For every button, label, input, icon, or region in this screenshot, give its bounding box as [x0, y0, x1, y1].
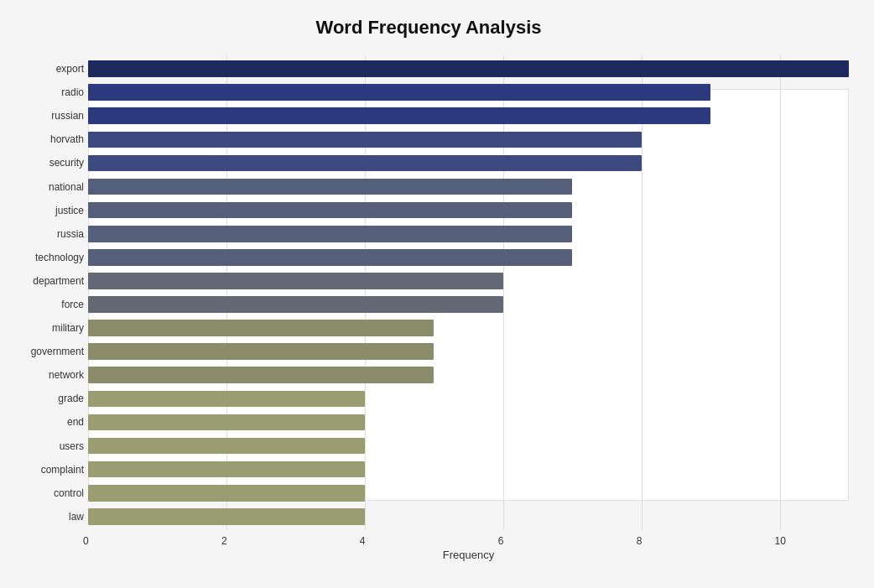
- y-label-complaint: complaint: [8, 465, 84, 475]
- bar-security: [88, 155, 642, 172]
- bar-row-security: [88, 151, 849, 174]
- bar-department: [88, 273, 503, 289]
- bar-law: [88, 508, 365, 525]
- bar-military: [88, 320, 434, 336]
- y-label-justice: justice: [8, 206, 84, 216]
- bar-justice: [88, 202, 572, 219]
- bar-row-control: [88, 481, 849, 505]
- bar-row-export: [88, 57, 849, 81]
- x-tick-4: 4: [360, 535, 366, 547]
- chart-title: Word Frequency Analysis: [8, 17, 849, 39]
- x-tick-10: 10: [775, 535, 786, 547]
- bar-row-department: [88, 269, 849, 293]
- bar-network: [88, 367, 434, 383]
- bar-force: [88, 296, 503, 313]
- bar-row-horvath: [88, 127, 849, 151]
- y-label-export: export: [8, 64, 84, 74]
- bar-row-network: [88, 363, 849, 387]
- bar-horvath: [88, 132, 642, 148]
- bar-row-users: [88, 434, 849, 458]
- x-tick-6: 6: [498, 535, 504, 547]
- x-axis-label: Frequency: [88, 549, 849, 561]
- bar-row-law: [88, 505, 849, 528]
- y-label-end: end: [8, 417, 84, 427]
- y-label-control: control: [8, 488, 84, 498]
- bar-row-technology: [88, 246, 849, 269]
- x-tick-0: 0: [83, 535, 89, 547]
- bar-control: [88, 485, 365, 502]
- bar-row-national: [88, 174, 849, 198]
- bar-national: [88, 179, 572, 195]
- bar-complaint: [88, 461, 365, 478]
- bar-radio: [88, 84, 710, 101]
- bar-government: [88, 343, 434, 360]
- y-label-law: law: [8, 512, 84, 522]
- y-label-russia: russia: [8, 229, 84, 239]
- bar-row-military: [88, 316, 849, 340]
- bar-row-russia: [88, 222, 849, 246]
- bar-users: [88, 438, 365, 455]
- y-label-technology: technology: [8, 252, 84, 263]
- bar-row-complaint: [88, 458, 849, 481]
- x-tick-8: 8: [637, 535, 642, 547]
- bar-row-grade: [88, 387, 849, 410]
- bar-row-force: [88, 293, 849, 316]
- bar-row-russian: [88, 104, 849, 127]
- x-axis-ticks: 0246810: [88, 530, 849, 547]
- bar-row-radio: [88, 81, 849, 104]
- bars-container: [88, 55, 849, 530]
- y-label-military: military: [8, 323, 84, 333]
- bar-row-end: [88, 410, 849, 434]
- y-label-radio: radio: [8, 87, 84, 97]
- bar-technology: [88, 249, 572, 266]
- bars-area: [88, 55, 849, 530]
- y-label-government: government: [8, 346, 84, 356]
- y-label-department: department: [8, 276, 84, 286]
- bar-row-justice: [88, 199, 849, 222]
- y-labels: exportradiorussianhorvathsecuritynationa…: [8, 55, 88, 530]
- bar-row-government: [88, 340, 849, 363]
- bar-russia: [88, 226, 572, 242]
- y-label-horvath: horvath: [8, 134, 84, 144]
- bar-grade: [88, 391, 365, 408]
- bar-export: [88, 60, 849, 77]
- chart-container: Word Frequency Analysis exportradiorussi…: [0, 0, 874, 588]
- y-label-grade: grade: [8, 393, 84, 403]
- y-label-network: network: [8, 370, 84, 380]
- x-tick-2: 2: [221, 535, 227, 547]
- y-label-national: national: [8, 182, 84, 192]
- y-label-force: force: [8, 299, 84, 310]
- bar-end: [88, 414, 365, 431]
- bar-russian: [88, 107, 710, 124]
- y-label-security: security: [8, 158, 84, 168]
- y-label-users: users: [8, 441, 84, 451]
- y-label-russian: russian: [8, 111, 84, 121]
